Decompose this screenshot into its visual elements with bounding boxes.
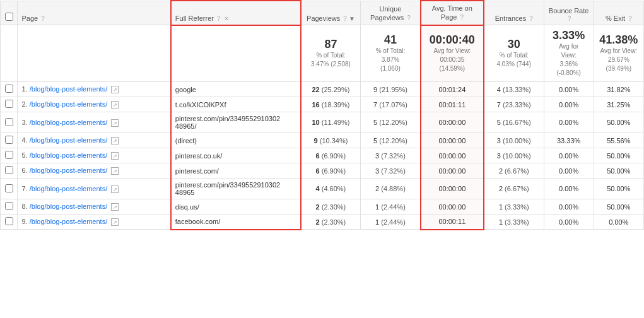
external-link-icon[interactable]: ↗ xyxy=(111,218,119,226)
summary-row: 87 % of Total:3.47% (2,508) 41 % of Tota… xyxy=(1,25,644,82)
row-page-cell: 9. /blog/blog-post-elements/ ↗ xyxy=(18,215,171,230)
row-checkbox-cell[interactable] xyxy=(1,179,18,199)
row-checkbox-cell[interactable] xyxy=(1,215,18,230)
summary-entrances-sub: % of Total:4.03% (744) xyxy=(488,51,540,69)
row-unique-cell: 7 (17.07%) xyxy=(361,97,421,112)
page-link[interactable]: /blog/blog-post-elements/ xyxy=(30,151,108,159)
row-checkbox-cell[interactable] xyxy=(1,133,18,148)
avgtime-value: 00:00:00 xyxy=(438,185,465,192)
row-checkbox-cell[interactable] xyxy=(1,148,18,163)
exit-help-icon[interactable]: ? xyxy=(628,15,632,22)
row-checkbox[interactable] xyxy=(5,85,13,93)
page-link[interactable]: /blog/blog-post-elements/ xyxy=(30,100,108,108)
row-checkbox[interactable] xyxy=(5,202,13,210)
page-link[interactable]: /blog/blog-post-elements/ xyxy=(30,218,108,225)
avgtime-value: 00:00:11 xyxy=(438,218,465,225)
row-referrer-cell: (direct) xyxy=(171,133,301,148)
row-checkbox[interactable] xyxy=(5,100,13,108)
unique-help-icon[interactable]: ? xyxy=(407,14,411,22)
summary-unique-cell: 41 % of Total:3.87%(1,060) xyxy=(361,25,421,82)
external-link-icon[interactable]: ↗ xyxy=(111,167,119,175)
row-page-cell: 5. /blog/blog-post-elements/ ↗ xyxy=(18,148,171,163)
row-checkbox-cell[interactable] xyxy=(1,97,18,112)
referrer-filter-icon[interactable]: ✕ xyxy=(224,15,229,22)
row-avgtime-cell: 00:01:11 xyxy=(421,97,484,112)
pageviews-value: 10 xyxy=(312,119,319,126)
row-checkbox[interactable] xyxy=(5,184,13,192)
row-checkbox-cell[interactable] xyxy=(1,199,18,215)
unique-value: 9 xyxy=(373,86,377,93)
summary-pageviews-val: 87 xyxy=(305,38,357,51)
row-bounce-cell: 0.00% xyxy=(544,215,594,230)
avgtime-value: 00:00:00 xyxy=(438,119,465,126)
summary-referrer-cell xyxy=(171,25,301,82)
bounce-value: 33.33% xyxy=(557,137,580,144)
row-checkbox[interactable] xyxy=(5,136,13,144)
page-help-icon[interactable]: ? xyxy=(41,15,45,22)
entrances-help-icon[interactable]: ? xyxy=(529,15,533,22)
pageviews-help-icon[interactable]: ? xyxy=(343,15,347,22)
unique-pct: (7.32%) xyxy=(381,152,406,160)
entrances-value: 5 xyxy=(497,119,501,126)
referrer-help-icon[interactable]: ? xyxy=(217,15,221,22)
row-checkbox-cell[interactable] xyxy=(1,82,18,97)
referrer-value: (direct) xyxy=(175,137,197,144)
table-row: 1. /blog/blog-post-elements/ ↗ google 22… xyxy=(1,82,644,97)
page-header-label: Page xyxy=(21,15,38,22)
external-link-icon[interactable]: ↗ xyxy=(111,119,119,127)
external-link-icon[interactable]: ↗ xyxy=(111,203,119,211)
table-row: 2. /blog/blog-post-elements/ ↗ t.co/kXIC… xyxy=(1,97,644,112)
page-link[interactable]: /blog/blog-post-elements/ xyxy=(30,203,108,210)
table-row: 8. /blog/blog-post-elements/ ↗ disq.us/ … xyxy=(1,199,644,215)
summary-checkbox-cell xyxy=(1,25,18,82)
row-entrances-cell: 1 (3.33%) xyxy=(484,199,544,215)
external-link-icon[interactable]: ↗ xyxy=(111,186,119,193)
page-link[interactable]: /blog/blog-post-elements/ xyxy=(30,85,108,93)
pageviews-pct: (2.30%) xyxy=(322,203,346,211)
pageviews-pct: (2.30%) xyxy=(322,218,346,226)
page-link[interactable]: /blog/blog-post-elements/ xyxy=(30,167,108,174)
external-link-icon[interactable]: ↗ xyxy=(111,137,119,144)
external-link-icon[interactable]: ↗ xyxy=(111,152,119,160)
summary-bounce-val: 3.33% xyxy=(548,29,590,42)
row-unique-cell: 3 (7.32%) xyxy=(361,148,421,163)
row-checkbox-cell[interactable] xyxy=(1,112,18,133)
summary-avgtime-val: 00:00:40 xyxy=(425,33,479,47)
row-referrer-cell: t.co/kXICOlKPXf xyxy=(171,97,301,112)
pageviews-value: 2 xyxy=(316,203,320,211)
row-referrer-cell: pinterest.co.uk/ xyxy=(171,148,301,163)
row-referrer-cell: pinterest.com/pin/3349552910302 48965/ xyxy=(171,112,301,133)
bounce-value: 0.00% xyxy=(559,203,578,211)
table-row: 5. /blog/blog-post-elements/ ↗ pinterest… xyxy=(1,148,644,163)
row-avgtime-cell: 00:01:24 xyxy=(421,82,484,97)
row-checkbox[interactable] xyxy=(5,118,13,126)
table-row: 9. /blog/blog-post-elements/ ↗ facebook.… xyxy=(1,215,644,230)
row-checkbox[interactable] xyxy=(5,217,13,225)
row-referrer-cell: facebook.com/ xyxy=(171,215,301,230)
row-checkbox-cell[interactable] xyxy=(1,163,18,179)
row-page-cell: 8. /blog/blog-post-elements/ ↗ xyxy=(18,199,171,215)
row-checkbox[interactable] xyxy=(5,166,13,174)
pageviews-sort-icon[interactable]: ▼ xyxy=(349,15,355,22)
select-all-checkbox[interactable] xyxy=(5,13,13,21)
select-all-header[interactable] xyxy=(1,1,18,25)
summary-pageviews-cell: 87 % of Total:3.47% (2,508) xyxy=(301,25,361,82)
external-link-icon[interactable]: ↗ xyxy=(111,101,119,109)
page-link[interactable]: /blog/blog-post-elements/ xyxy=(30,136,108,144)
row-avgtime-cell: 00:00:00 xyxy=(421,179,484,199)
avg-time-help-icon[interactable]: ? xyxy=(460,13,464,21)
external-link-icon[interactable]: ↗ xyxy=(111,86,119,93)
row-bounce-cell: 0.00% xyxy=(544,148,594,163)
row-bounce-cell: 0.00% xyxy=(544,97,594,112)
bounce-help-icon[interactable]: ? xyxy=(568,15,571,22)
entrances-pct: (3.33%) xyxy=(505,203,529,211)
row-entrances-cell: 2 (6.67%) xyxy=(484,163,544,179)
row-page-cell: 6. /blog/blog-post-elements/ ↗ xyxy=(18,163,171,179)
row-bounce-cell: 0.00% xyxy=(544,179,594,199)
row-checkbox[interactable] xyxy=(5,151,13,159)
entrances-value: 3 xyxy=(497,152,501,160)
entrances-pct: (6.67%) xyxy=(505,185,529,192)
avgtime-value: 00:00:00 xyxy=(438,203,465,211)
page-link[interactable]: /blog/blog-post-elements/ xyxy=(30,185,108,192)
page-link[interactable]: /blog/blog-post-elements/ xyxy=(30,119,108,126)
